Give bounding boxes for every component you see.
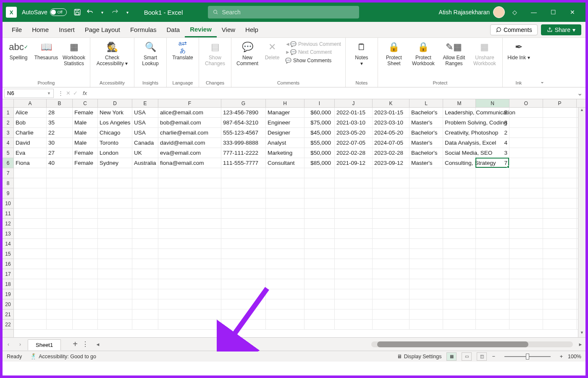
cell-L16[interactable] xyxy=(410,259,443,269)
cell-G3[interactable]: 555-123-4567 xyxy=(221,128,266,137)
cell-K8[interactable] xyxy=(373,178,410,188)
cell-K18[interactable] xyxy=(373,279,410,289)
zoom-level[interactable]: 100% xyxy=(568,354,581,359)
cell-L15[interactable] xyxy=(410,249,443,259)
cell-M9[interactable] xyxy=(443,188,476,198)
cell-B18[interactable] xyxy=(47,279,73,289)
cell-G14[interactable] xyxy=(221,239,266,248)
cell-I18[interactable] xyxy=(304,279,335,289)
cell-N20[interactable] xyxy=(476,299,509,309)
cell-M7[interactable] xyxy=(443,168,476,178)
column-header-J[interactable]: J xyxy=(335,99,373,107)
cell-P12[interactable] xyxy=(543,219,577,228)
cell-L5[interactable]: Bachelor's xyxy=(410,148,443,158)
undo-icon[interactable] xyxy=(84,6,96,19)
cell-J3[interactable]: 2023-05-20 xyxy=(335,128,373,137)
grid-body[interactable]: Alice28FemaleNew YorkUSAalice@email.com1… xyxy=(14,108,578,337)
row-header-16[interactable]: 16 xyxy=(3,259,13,269)
cell-D20[interactable] xyxy=(98,299,132,309)
cell-O11[interactable] xyxy=(509,209,543,218)
table-row[interactable] xyxy=(14,309,578,320)
cell-N13[interactable] xyxy=(476,229,509,238)
table-row[interactable] xyxy=(14,168,578,178)
cell-P22[interactable] xyxy=(543,320,577,329)
cell-D5[interactable]: London xyxy=(98,148,132,158)
cell-O10[interactable] xyxy=(509,198,543,208)
ribbon-collapse-icon[interactable]: ⌄ xyxy=(535,38,550,87)
cell-P9[interactable] xyxy=(543,188,577,198)
search-input[interactable] xyxy=(222,9,354,16)
cell-E21[interactable] xyxy=(132,309,158,319)
tab-page-layout[interactable]: Page Layout xyxy=(80,22,125,37)
cell-D21[interactable] xyxy=(98,309,132,319)
cell-E19[interactable] xyxy=(132,289,158,299)
cell-I16[interactable] xyxy=(304,259,335,269)
cell-N2[interactable]: 8 xyxy=(476,118,509,127)
cell-P15[interactable] xyxy=(543,249,577,259)
row-header-20[interactable]: 20 xyxy=(3,299,13,309)
row-header-19[interactable]: 19 xyxy=(3,289,13,299)
cell-J8[interactable] xyxy=(335,178,373,188)
cell-L17[interactable] xyxy=(410,269,443,279)
cell-A8[interactable] xyxy=(14,178,47,188)
cell-I7[interactable] xyxy=(304,168,335,178)
cell-K13[interactable] xyxy=(373,229,410,238)
cell-H6[interactable]: Consultant xyxy=(266,158,304,168)
cell-O18[interactable] xyxy=(509,279,543,289)
cell-I4[interactable]: $55,000 xyxy=(304,138,335,148)
cell-K11[interactable] xyxy=(373,209,410,218)
vertical-scrollbar[interactable]: ▲ ▼ xyxy=(578,108,585,337)
cell-J11[interactable] xyxy=(335,209,373,218)
cell-H1[interactable]: Manager xyxy=(266,108,304,117)
view-page-break-button[interactable]: ◫ xyxy=(477,352,487,361)
translate-button[interactable]: a⇄あTranslate xyxy=(169,40,196,61)
cell-G11[interactable] xyxy=(221,209,266,218)
cell-C18[interactable] xyxy=(73,279,98,289)
table-row[interactable]: Alice28FemaleNew YorkUSAalice@email.com1… xyxy=(14,108,578,118)
cell-A22[interactable] xyxy=(14,320,47,329)
row-header-9[interactable]: 9 xyxy=(3,188,13,198)
cell-C19[interactable] xyxy=(73,289,98,299)
sheet-nav-prev-icon[interactable]: ‹ xyxy=(3,341,14,347)
cell-D10[interactable] xyxy=(98,198,132,208)
accept-formula-icon[interactable]: ✓ xyxy=(73,90,78,96)
autosave-toggle[interactable]: Off xyxy=(50,8,67,16)
cell-D12[interactable] xyxy=(98,219,132,228)
cell-E1[interactable]: USA xyxy=(132,108,158,117)
cell-I8[interactable] xyxy=(304,178,335,188)
cell-K12[interactable] xyxy=(373,219,410,228)
diamond-icon[interactable]: ◇ xyxy=(505,3,524,22)
save-icon[interactable] xyxy=(71,6,84,19)
cell-O13[interactable] xyxy=(509,229,543,238)
cell-C3[interactable]: Male xyxy=(73,128,98,137)
cell-K10[interactable] xyxy=(373,198,410,208)
row-header-2[interactable]: 2 xyxy=(3,118,13,128)
column-header-A[interactable]: A xyxy=(14,99,47,107)
row-header-3[interactable]: 3 xyxy=(3,128,13,138)
cell-F21[interactable] xyxy=(158,309,221,319)
table-row[interactable] xyxy=(14,219,578,229)
new-comment-button[interactable]: 💬New Comment xyxy=(234,40,261,68)
cell-D22[interactable] xyxy=(98,320,132,329)
cell-B16[interactable] xyxy=(47,259,73,269)
column-header-O[interactable]: O xyxy=(509,99,543,107)
table-row[interactable] xyxy=(14,249,578,259)
cell-K14[interactable] xyxy=(373,239,410,248)
cell-E8[interactable] xyxy=(132,178,158,188)
comments-button[interactable]: Comments xyxy=(490,24,538,35)
row-header-12[interactable]: 12 xyxy=(3,219,13,229)
cell-P11[interactable] xyxy=(543,209,577,218)
cell-G18[interactable] xyxy=(221,279,266,289)
name-box[interactable]: N6▼ xyxy=(4,89,54,98)
search-box[interactable] xyxy=(208,6,359,19)
table-row[interactable] xyxy=(14,269,578,279)
cell-J7[interactable] xyxy=(335,168,373,178)
tab-file[interactable]: File xyxy=(7,22,27,37)
cell-I20[interactable] xyxy=(304,299,335,309)
hide-ink-button[interactable]: ✒Hide Ink ▾ xyxy=(505,40,532,61)
cell-K17[interactable] xyxy=(373,269,410,279)
cell-I17[interactable] xyxy=(304,269,335,279)
cell-G12[interactable] xyxy=(221,219,266,228)
cell-P3[interactable] xyxy=(543,128,577,137)
cell-N22[interactable] xyxy=(476,320,509,329)
